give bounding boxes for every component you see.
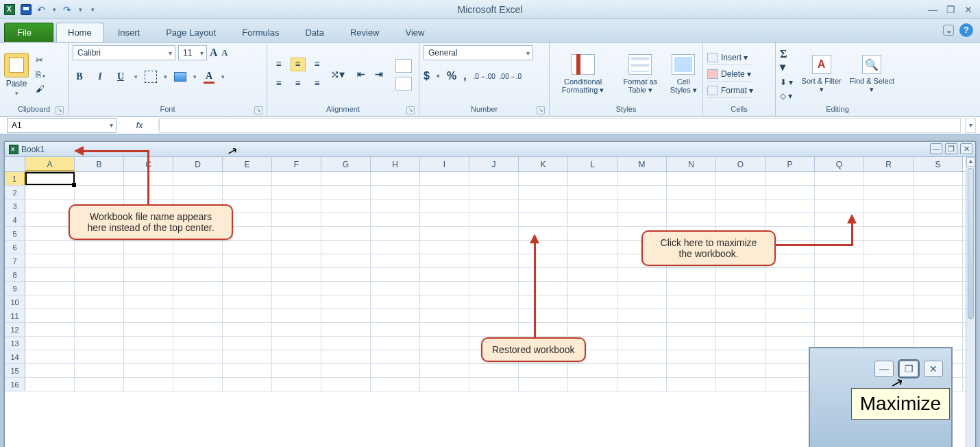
col-header-R[interactable]: R bbox=[864, 157, 914, 171]
cell[interactable] bbox=[124, 337, 173, 350]
row-header[interactable]: 8 bbox=[5, 268, 25, 281]
cell[interactable] bbox=[173, 172, 223, 185]
cell[interactable] bbox=[25, 350, 75, 363]
cell[interactable] bbox=[173, 282, 223, 295]
zoom-maximize-icon[interactable]: ❐ bbox=[899, 361, 918, 377]
row-header[interactable]: 15 bbox=[5, 364, 25, 377]
cell[interactable] bbox=[864, 227, 914, 240]
cell[interactable] bbox=[568, 364, 617, 377]
cell[interactable] bbox=[321, 282, 371, 295]
cell[interactable] bbox=[716, 337, 765, 350]
cell[interactable] bbox=[914, 186, 963, 199]
cell[interactable] bbox=[815, 172, 864, 185]
cell[interactable] bbox=[469, 227, 519, 240]
cell[interactable] bbox=[371, 200, 420, 213]
alignment-launcher[interactable]: ↘ bbox=[406, 106, 415, 114]
cell[interactable] bbox=[321, 378, 371, 391]
cell[interactable] bbox=[124, 309, 173, 322]
cell[interactable] bbox=[124, 350, 173, 363]
cell[interactable] bbox=[716, 282, 765, 295]
cell[interactable] bbox=[469, 200, 519, 213]
cell[interactable] bbox=[371, 186, 420, 199]
cell[interactable] bbox=[617, 186, 667, 199]
cell[interactable] bbox=[914, 323, 963, 336]
cell[interactable] bbox=[519, 200, 568, 213]
cell[interactable] bbox=[568, 295, 617, 309]
name-box[interactable]: A1 bbox=[7, 118, 117, 133]
tab-review[interactable]: Review bbox=[339, 23, 391, 42]
cell[interactable] bbox=[617, 364, 667, 377]
clipboard-launcher[interactable]: ↘ bbox=[56, 106, 64, 114]
cell[interactable] bbox=[371, 378, 420, 391]
row-header[interactable]: 3 bbox=[5, 200, 25, 213]
cell[interactable] bbox=[75, 254, 124, 267]
italic-button[interactable]: I bbox=[93, 70, 107, 84]
cell[interactable] bbox=[469, 186, 519, 199]
cell[interactable] bbox=[420, 241, 469, 254]
cell[interactable] bbox=[716, 200, 765, 213]
increase-decimal-icon[interactable]: .0→.00 bbox=[474, 73, 495, 80]
cell[interactable] bbox=[272, 254, 321, 267]
cell[interactable] bbox=[716, 378, 765, 391]
cell[interactable] bbox=[815, 323, 864, 336]
cell[interactable] bbox=[75, 268, 124, 281]
cell[interactable] bbox=[124, 378, 173, 391]
font-name-combo[interactable]: Calibri bbox=[73, 45, 175, 60]
cell[interactable] bbox=[420, 364, 469, 377]
cell[interactable] bbox=[765, 309, 815, 322]
cell[interactable] bbox=[272, 268, 321, 281]
cell[interactable] bbox=[568, 378, 617, 391]
undo-dropdown[interactable]: ▾ bbox=[51, 6, 58, 13]
cell[interactable] bbox=[321, 309, 371, 322]
clear-button[interactable]: ◇ ▾ bbox=[780, 91, 794, 101]
cell[interactable] bbox=[469, 213, 519, 226]
wrap-text-icon[interactable] bbox=[395, 59, 412, 73]
cell[interactable] bbox=[371, 309, 420, 322]
cell[interactable] bbox=[765, 350, 815, 363]
cell[interactable] bbox=[667, 186, 716, 199]
cell[interactable] bbox=[716, 323, 765, 336]
align-top-icon[interactable]: ≡ bbox=[271, 58, 286, 71]
minimize-ribbon-icon[interactable]: ⌄ bbox=[943, 25, 954, 36]
col-header-O[interactable]: O bbox=[716, 157, 765, 171]
cell[interactable] bbox=[617, 295, 667, 309]
cell[interactable] bbox=[173, 350, 223, 363]
cell[interactable] bbox=[173, 241, 223, 254]
cell[interactable] bbox=[25, 241, 75, 254]
cell[interactable] bbox=[25, 323, 75, 336]
cell[interactable] bbox=[124, 364, 173, 377]
cell[interactable] bbox=[371, 295, 420, 309]
cell[interactable] bbox=[469, 364, 519, 377]
cell[interactable] bbox=[667, 295, 716, 309]
cell[interactable] bbox=[223, 172, 272, 185]
cell[interactable] bbox=[519, 323, 568, 336]
cell[interactable] bbox=[321, 364, 371, 377]
borders-icon[interactable] bbox=[145, 71, 157, 83]
cell[interactable] bbox=[321, 186, 371, 199]
cell[interactable] bbox=[765, 295, 815, 309]
cell[interactable] bbox=[519, 364, 568, 377]
col-header-F[interactable]: F bbox=[272, 157, 321, 171]
cell[interactable] bbox=[371, 282, 420, 295]
cell[interactable] bbox=[716, 350, 765, 363]
cell[interactable] bbox=[765, 200, 815, 213]
cell[interactable] bbox=[617, 337, 667, 350]
tab-data[interactable]: Data bbox=[293, 23, 335, 42]
col-header-N[interactable]: N bbox=[667, 157, 716, 171]
row-header[interactable]: 14 bbox=[5, 350, 25, 363]
cell[interactable] bbox=[321, 323, 371, 336]
cell[interactable] bbox=[272, 241, 321, 254]
cell[interactable] bbox=[568, 323, 617, 336]
tab-insert[interactable]: Insert bbox=[106, 23, 152, 42]
select-all-corner[interactable] bbox=[5, 157, 25, 171]
cell[interactable] bbox=[173, 378, 223, 391]
cell[interactable] bbox=[25, 268, 75, 281]
cell[interactable] bbox=[519, 213, 568, 226]
accounting-format-icon[interactable]: $ bbox=[424, 70, 430, 82]
row-header[interactable]: 2 bbox=[5, 186, 25, 199]
col-header-J[interactable]: J bbox=[469, 157, 519, 171]
tab-home[interactable]: Home bbox=[56, 23, 103, 42]
zoom-close-icon[interactable]: ✕ bbox=[924, 361, 943, 377]
col-header-H[interactable]: H bbox=[371, 157, 420, 171]
cell[interactable] bbox=[272, 309, 321, 322]
